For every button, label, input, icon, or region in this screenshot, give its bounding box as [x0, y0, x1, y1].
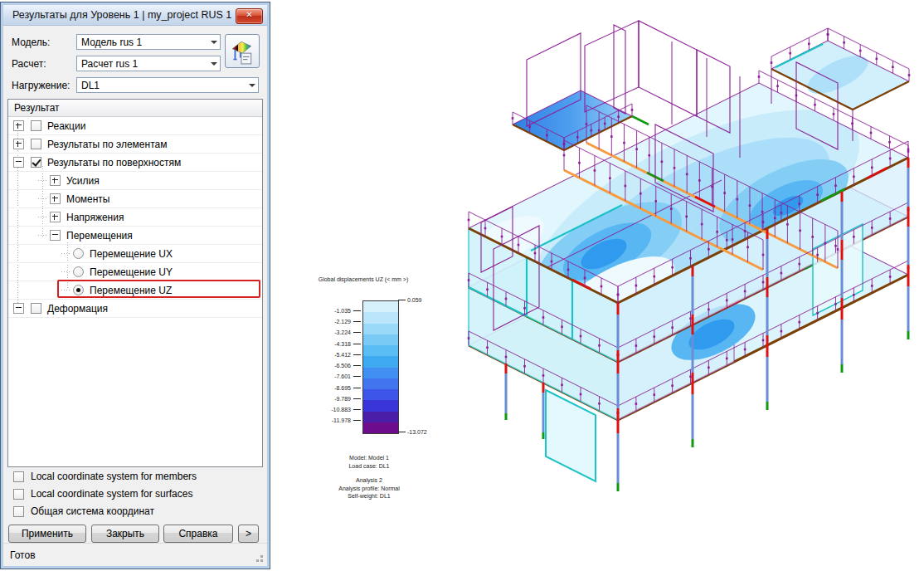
legend-min-value: -13.072 [407, 429, 427, 435]
help-button[interactable]: Справка [163, 525, 233, 543]
option-label: Общая система координат [31, 505, 154, 517]
radio-icon[interactable] [73, 266, 84, 277]
tree-item-surface-results[interactable]: Результаты по поверхностям [8, 154, 262, 172]
tree-connector [61, 253, 71, 254]
legend-min: -13.072 [398, 429, 427, 435]
tree-item-forces[interactable]: Усилия [8, 172, 262, 190]
railing-post-dot [701, 223, 703, 226]
resize-grip-icon[interactable] [260, 559, 263, 562]
expand-minus-icon[interactable] [13, 157, 24, 168]
info-model: Model: Model 1 [294, 454, 444, 462]
tick-icon [353, 321, 361, 322]
model-combobox[interactable]: Модель rus 1 [76, 34, 221, 50]
railing-post-dot [674, 167, 676, 169]
checkbox-icon[interactable] [31, 120, 41, 131]
railing-post-dot [799, 230, 801, 232]
expand-plus-icon[interactable] [50, 212, 61, 222]
railing-post-dot [512, 117, 514, 120]
apply-button[interactable]: Применить [8, 525, 86, 543]
railing-post-dot [580, 335, 582, 338]
tree-item-reactions[interactable]: Реакции [8, 117, 262, 135]
expand-plus-icon[interactable] [50, 175, 61, 186]
results-settings-button[interactable] [225, 34, 260, 68]
railing-post-dot [689, 317, 692, 320]
railing-post-dot [816, 254, 819, 256]
railing-post-dot [749, 204, 751, 207]
legend-tick-value: -3.224 [334, 329, 351, 335]
railing-post-dot [774, 217, 776, 219]
railing-post-dot [758, 76, 761, 78]
railing-post-dot [518, 244, 520, 246]
railing-post-dot [617, 294, 620, 296]
railing-post-dot [671, 384, 674, 387]
tree-item-displacement-uy[interactable]: Перемещение UY [8, 263, 262, 281]
legend-bands [362, 300, 399, 434]
railing-post-dot [876, 58, 878, 61]
railing-post-dot [744, 290, 746, 293]
calculation-combobox[interactable]: Расчет rus 1 [76, 56, 221, 71]
railing-post-dot [744, 349, 746, 351]
railing-post-dot [468, 279, 470, 281]
tree-item-displacements[interactable]: Перемещения [8, 227, 262, 245]
tree-item-displacement-ux[interactable]: Перемещение UX [8, 245, 262, 263]
tree-item-deformation[interactable]: Деформация [8, 300, 262, 318]
tree-item-displacement-uz[interactable]: Перемещение UZ [8, 281, 262, 300]
tick-icon [353, 398, 361, 399]
calculation-combobox-value: Расчет rus 1 [77, 58, 207, 70]
tick-icon [353, 409, 361, 410]
expand-minus-icon[interactable] [13, 303, 24, 314]
railing-post-dot [871, 285, 873, 287]
tree-item-moments[interactable]: Моменты [8, 190, 262, 208]
tick-icon [353, 344, 361, 344]
railing-post-dot [648, 154, 650, 157]
help-button-label: Справка [178, 528, 217, 539]
tree-connector [38, 217, 48, 217]
tick-icon [353, 365, 361, 366]
option-local-surfaces[interactable]: Local coordinate system for surfaces [13, 488, 192, 500]
tree-item-stresses[interactable]: Напряжения [8, 208, 262, 227]
more-button[interactable]: > [238, 525, 259, 543]
railing-post-dot [598, 403, 601, 405]
legend-tick-value: -9.789 [334, 396, 351, 402]
checkbox-icon[interactable] [13, 471, 24, 482]
railing-post-dot [726, 358, 728, 360]
status-text: Готов [10, 549, 36, 561]
option-global-system[interactable]: Общая система координат [13, 505, 154, 517]
chevron-down-icon [207, 56, 220, 71]
checkbox-checked-icon[interactable] [31, 157, 41, 168]
legend-tick: -2.129 [334, 319, 361, 325]
railing-post-dot [604, 123, 606, 125]
dialog-titlebar[interactable]: Результаты для Уровень 1 | my_project RU… [3, 5, 267, 26]
close-button[interactable]: Закрыть [91, 525, 159, 543]
tree-item-label: Результаты по поверхностям [47, 157, 181, 168]
tree-item-element-results[interactable]: Результаты по элементам [8, 135, 262, 154]
tree-item-label: Результаты по элементам [47, 139, 167, 150]
legend-tick: -1.035 [334, 308, 361, 314]
railing-post-dot [789, 52, 791, 55]
railing-post-dot [484, 227, 487, 230]
expand-plus-icon[interactable] [13, 120, 24, 131]
railing-post-dot [653, 393, 655, 396]
model-viewport[interactable] [448, 0, 924, 548]
radio-selected-icon[interactable] [73, 285, 84, 295]
railing-post-dot [689, 257, 692, 260]
close-icon[interactable] [236, 8, 263, 24]
railing-post-dot [834, 303, 837, 305]
checkbox-icon[interactable] [31, 303, 41, 314]
expand-plus-icon[interactable] [13, 139, 24, 149]
checkbox-icon[interactable] [13, 506, 24, 517]
expand-plus-icon[interactable] [50, 193, 61, 204]
railing-post-dot [834, 245, 837, 247]
railing-post-dot [907, 150, 910, 153]
option-local-members[interactable]: Local coordinate system for members [13, 471, 197, 482]
legend-tick-value: -11.978 [332, 417, 351, 423]
checkbox-icon[interactable] [13, 489, 24, 500]
expand-minus-icon[interactable] [50, 230, 61, 241]
checkbox-icon[interactable] [31, 139, 41, 149]
railing-post-dot [486, 288, 489, 290]
tree-item-label: Реакции [47, 120, 85, 132]
loadcase-combobox[interactable]: DL1 [76, 77, 259, 93]
legend-tick: -3.224 [334, 329, 361, 335]
radio-icon[interactable] [73, 248, 84, 259]
railing-post-dot [653, 276, 655, 278]
